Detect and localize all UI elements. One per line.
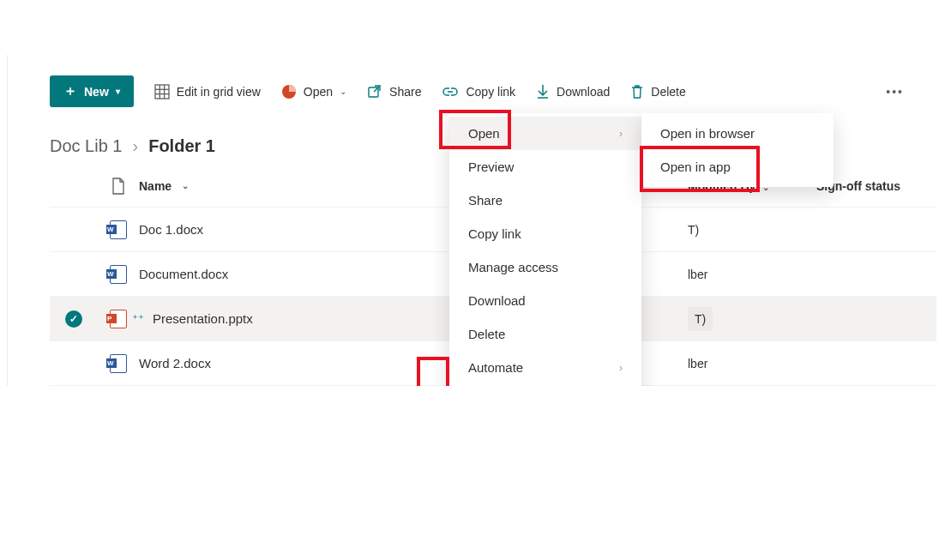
more-actions-icon[interactable]: •••: [886, 85, 904, 99]
menu-item-preview[interactable]: Preview: [449, 150, 641, 184]
menu-item-delete[interactable]: Delete: [449, 317, 641, 351]
open-submenu: Open in browserOpen in app: [641, 113, 834, 187]
cell-text: lber: [688, 268, 707, 281]
context-menu: Open›PreviewShareCopy linkManage accessD…: [449, 113, 641, 386]
powerpoint-file-icon: P: [110, 310, 127, 328]
file-name[interactable]: Document.docx: [139, 267, 228, 281]
chevron-down-icon: ⌄: [182, 181, 189, 190]
powerpoint-icon: [281, 84, 297, 99]
word-file-icon: W: [110, 220, 127, 239]
breadcrumb-parent[interactable]: Doc Lib 1: [50, 136, 123, 156]
new-indicator-icon: ⁺⁺: [132, 312, 144, 325]
word-file-icon: W: [110, 354, 127, 373]
menu-item-copy-link[interactable]: Copy link: [449, 217, 641, 250]
edit-grid-label: Edit in grid view: [177, 85, 261, 99]
grid-icon: [154, 84, 170, 99]
chevron-right-icon: ›: [619, 128, 623, 140]
share-button-label: Share: [389, 85, 421, 99]
submenu-item-open-in-browser[interactable]: Open in browser: [641, 117, 834, 150]
download-button[interactable]: Download: [536, 84, 610, 99]
file-type-header-icon[interactable]: [98, 178, 139, 195]
chevron-right-icon: ›: [619, 362, 623, 374]
breadcrumb-separator-icon: ›: [133, 136, 139, 156]
column-header-signoff[interactable]: Sign-off status: [816, 179, 936, 193]
menu-item-rename[interactable]: Rename: [449, 384, 641, 386]
menu-item-automate[interactable]: Automate›: [449, 351, 641, 384]
copy-link-label: Copy link: [466, 85, 515, 99]
menu-item-share[interactable]: Share: [449, 184, 641, 217]
share-button[interactable]: Share: [367, 84, 421, 99]
chevron-down-icon: ▾: [116, 87, 120, 96]
copy-link-button[interactable]: Copy link: [442, 85, 515, 99]
word-file-icon: W: [110, 265, 127, 284]
edit-grid-button[interactable]: Edit in grid view: [154, 84, 261, 99]
cell-text: T): [688, 307, 713, 331]
selected-check-icon[interactable]: ✓: [65, 310, 82, 328]
cell-text: T): [688, 223, 699, 237]
left-rail-divider: [7, 55, 8, 386]
link-icon: [442, 86, 459, 98]
file-name[interactable]: Word 2.docx: [139, 356, 211, 370]
submenu-item-open-in-app[interactable]: Open in app: [641, 150, 834, 184]
command-bar: ＋ New ▾ Edit in grid view Open ⌄ Share: [9, 0, 936, 124]
menu-item-download[interactable]: Download: [449, 284, 641, 317]
delete-label: Delete: [651, 85, 685, 99]
cell-text: lber: [688, 357, 707, 370]
download-icon: [536, 84, 550, 99]
share-icon: [367, 84, 382, 99]
new-button[interactable]: ＋ New ▾: [50, 75, 134, 107]
open-button-label: Open: [304, 85, 333, 99]
file-name[interactable]: Presentation.pptx: [153, 311, 253, 326]
plus-icon: ＋: [63, 82, 77, 100]
menu-item-open[interactable]: Open›: [449, 117, 641, 150]
menu-item-manage-access[interactable]: Manage access: [449, 250, 641, 284]
file-name[interactable]: Doc 1.docx: [139, 222, 203, 237]
delete-button[interactable]: Delete: [630, 84, 685, 99]
chevron-down-icon: ⌄: [340, 87, 346, 96]
trash-icon: [630, 84, 644, 99]
download-label: Download: [557, 85, 610, 99]
new-button-label: New: [84, 85, 109, 99]
breadcrumb-current: Folder 1: [148, 136, 215, 156]
open-button[interactable]: Open ⌄: [281, 84, 346, 99]
svg-rect-0: [155, 85, 169, 99]
